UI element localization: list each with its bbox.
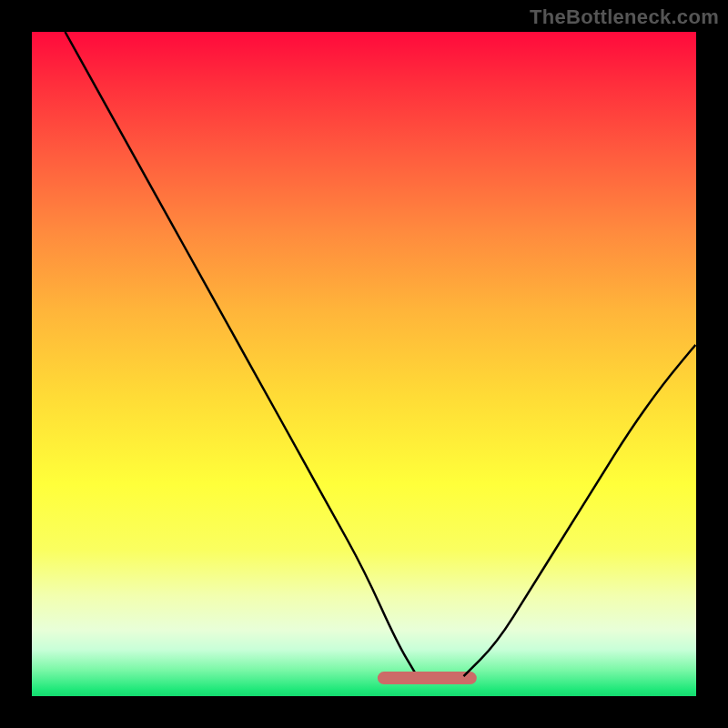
curve-left-branch <box>66 32 418 676</box>
watermark-text: TheBottleneck.com <box>530 5 719 29</box>
curve-right-branch <box>464 344 697 676</box>
plot-area <box>32 32 696 696</box>
chart-svg <box>32 32 696 696</box>
chart-container: TheBottleneck.com <box>0 0 728 728</box>
